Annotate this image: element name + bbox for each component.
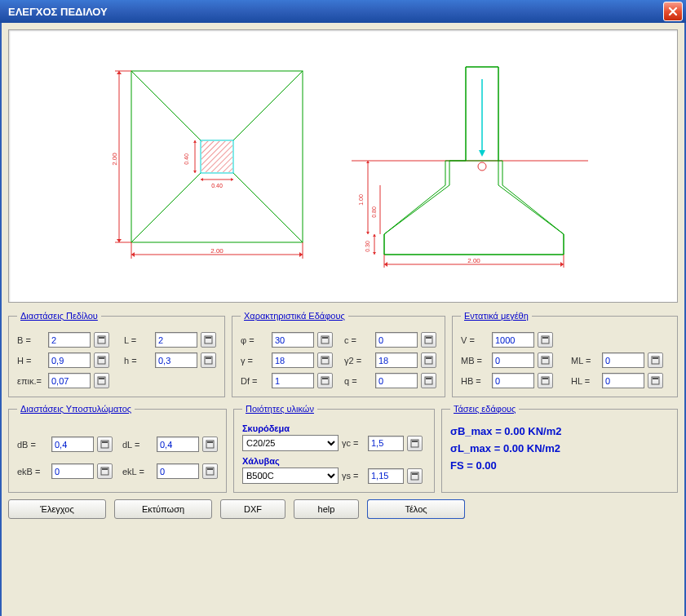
input-h[interactable] bbox=[155, 352, 197, 368]
calc-Df-button[interactable] bbox=[317, 373, 333, 388]
concrete-sublabel: Σκυρόδεμα bbox=[242, 423, 426, 433]
label-dL: dL = bbox=[122, 440, 153, 450]
svg-text:2.00: 2.00 bbox=[111, 153, 118, 166]
input-Df[interactable] bbox=[272, 373, 314, 388]
svg-rect-59 bbox=[542, 337, 548, 339]
input-g[interactable] bbox=[272, 352, 314, 368]
calc-phi-button[interactable] bbox=[317, 332, 333, 348]
calculator-icon bbox=[321, 356, 330, 365]
input-dB[interactable] bbox=[51, 437, 94, 452]
window-close-button[interactable] bbox=[663, 2, 683, 21]
stress-sB: σB_max = 0.00 KN/m2 bbox=[450, 425, 669, 437]
calc-dL-button[interactable] bbox=[202, 437, 218, 452]
calculator-icon bbox=[410, 472, 419, 481]
calc-L-button[interactable] bbox=[201, 332, 216, 348]
label-h: h = bbox=[124, 356, 152, 366]
svg-rect-75 bbox=[207, 468, 213, 470]
soil-stress-legend: Τάσεις εδάφους bbox=[450, 404, 519, 414]
calc-ekB-button[interactable] bbox=[97, 463, 113, 479]
calc-ekL-button[interactable] bbox=[202, 463, 218, 479]
input-gc[interactable] bbox=[368, 436, 404, 451]
client-area: 2.00 2.00 0.40 0.40 bbox=[0, 23, 686, 616]
label-ML: ML = bbox=[571, 356, 599, 366]
input-ekB[interactable] bbox=[51, 463, 94, 479]
svg-rect-50 bbox=[321, 357, 329, 364]
input-q[interactable] bbox=[375, 373, 418, 388]
column-dimensions-legend: Διαστάσεις Υποστυλώματος bbox=[17, 404, 135, 414]
input-ML[interactable] bbox=[602, 352, 644, 368]
stress-FS: FS = 0.00 bbox=[450, 459, 669, 472]
calc-gc-button[interactable] bbox=[407, 436, 423, 451]
svg-rect-63 bbox=[653, 357, 658, 359]
calculator-icon bbox=[424, 376, 433, 385]
label-g: γ = bbox=[241, 356, 268, 366]
input-H[interactable] bbox=[48, 352, 91, 368]
svg-text:0.40: 0.40 bbox=[211, 183, 223, 188]
input-g2[interactable] bbox=[375, 352, 418, 368]
dxf-button[interactable]: DXF bbox=[220, 499, 285, 519]
print-button[interactable]: Εκτύπωση bbox=[114, 499, 212, 519]
svg-rect-53 bbox=[426, 357, 432, 359]
svg-text:2.00: 2.00 bbox=[210, 247, 224, 255]
concrete-grade-select[interactable]: C20/25 bbox=[242, 435, 339, 451]
calc-g2-button[interactable] bbox=[421, 352, 436, 368]
calc-B-button[interactable] bbox=[94, 332, 109, 348]
calc-MB-button[interactable] bbox=[538, 352, 553, 368]
svg-rect-78 bbox=[411, 472, 418, 480]
calculator-icon bbox=[321, 335, 330, 344]
svg-rect-73 bbox=[102, 468, 108, 470]
svg-rect-51 bbox=[322, 357, 328, 359]
svg-rect-49 bbox=[426, 337, 432, 339]
input-MB[interactable] bbox=[492, 352, 534, 368]
calc-H-button[interactable] bbox=[94, 352, 109, 368]
svg-rect-52 bbox=[425, 357, 432, 364]
svg-rect-54 bbox=[321, 377, 329, 384]
input-phi[interactable] bbox=[272, 332, 314, 348]
help-button[interactable]: help bbox=[294, 499, 359, 519]
diagram-canvas: 2.00 2.00 0.40 0.40 bbox=[8, 29, 678, 303]
svg-rect-42 bbox=[205, 357, 212, 364]
input-V[interactable] bbox=[492, 332, 534, 348]
input-c[interactable] bbox=[375, 332, 418, 348]
label-V: V = bbox=[461, 335, 489, 345]
steel-grade-select[interactable]: B500C bbox=[242, 468, 339, 484]
input-gs[interactable] bbox=[368, 468, 404, 484]
soil-stress-group: Τάσεις εδάφους σB_max = 0.00 KN/m2 σL_ma… bbox=[441, 404, 678, 493]
input-epik[interactable] bbox=[48, 373, 91, 388]
input-HB[interactable] bbox=[492, 373, 534, 388]
svg-rect-68 bbox=[101, 441, 108, 448]
svg-rect-45 bbox=[99, 378, 104, 379]
calculator-icon bbox=[204, 335, 213, 344]
input-ekL[interactable] bbox=[157, 463, 199, 479]
calc-HB-button[interactable] bbox=[538, 373, 553, 388]
svg-text:0.30: 0.30 bbox=[365, 241, 370, 252]
label-Df: Df = bbox=[241, 376, 268, 386]
svg-rect-67 bbox=[653, 378, 658, 379]
svg-rect-60 bbox=[542, 357, 549, 364]
input-B[interactable] bbox=[48, 332, 91, 348]
action-buttons-row: Έλεγχος Εκτύπωση DXF help Τέλος bbox=[8, 499, 678, 519]
calc-g-button[interactable] bbox=[317, 352, 333, 368]
svg-text:2.00: 2.00 bbox=[467, 257, 480, 264]
input-L[interactable] bbox=[155, 332, 197, 348]
calculator-icon bbox=[100, 440, 109, 449]
footing-dimensions-group: Διαστάσεις Πεδίλου B = L = H = h = bbox=[8, 311, 225, 397]
close-button[interactable]: Τέλος bbox=[367, 499, 465, 519]
label-epik: επικ.= bbox=[17, 376, 45, 386]
calc-epik-button[interactable] bbox=[94, 373, 109, 388]
label-gc: γc = bbox=[342, 438, 365, 448]
calc-c-button[interactable] bbox=[421, 332, 436, 348]
calc-ML-button[interactable] bbox=[648, 352, 663, 368]
soil-properties-group: Χαρακτηριστικά Εδάφους φ = c = γ = γ2 = bbox=[232, 311, 445, 397]
column-dimensions-group: Διαστάσεις Υποστυλώματος dB = dL = ekB =… bbox=[8, 404, 227, 493]
check-button[interactable]: Έλεγχος bbox=[8, 499, 106, 519]
input-dL[interactable] bbox=[157, 437, 199, 452]
calc-V-button[interactable] bbox=[538, 332, 553, 348]
calc-h-button[interactable] bbox=[201, 352, 216, 368]
svg-point-25 bbox=[478, 162, 486, 171]
calc-HL-button[interactable] bbox=[648, 373, 663, 388]
calc-q-button[interactable] bbox=[421, 373, 436, 388]
calc-dB-button[interactable] bbox=[97, 437, 113, 452]
calc-gs-button[interactable] bbox=[407, 468, 423, 484]
input-HL[interactable] bbox=[602, 373, 644, 388]
